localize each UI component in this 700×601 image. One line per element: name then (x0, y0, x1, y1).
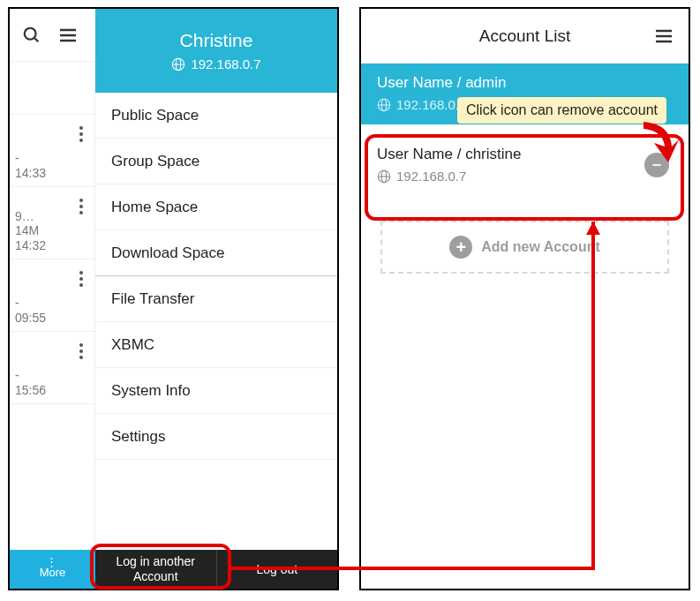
svg-point-16 (79, 356, 83, 359)
menu-public-space[interactable]: Public Space (95, 93, 337, 139)
account-item-active[interactable]: User Name / admin 192.168.0.7 (361, 64, 689, 124)
menu-system-info[interactable]: System Info (95, 368, 337, 414)
account-name: User Name / admin (377, 74, 673, 92)
menu-download-space[interactable]: Download Space (95, 230, 337, 276)
menu-home-space[interactable]: Home Space (95, 184, 337, 230)
search-icon[interactable] (22, 26, 41, 45)
phone-right: Account List User Name / admin 192.168.0… (359, 7, 690, 590)
item-meta: - (15, 296, 46, 311)
more-vert-icon[interactable] (79, 270, 84, 288)
menu-file-transfer[interactable]: File Transfer (95, 276, 337, 322)
item-meta: - (15, 368, 46, 383)
svg-point-8 (79, 199, 83, 202)
account-item-inactive[interactable]: User Name / christine 192.168.0.7 (361, 124, 689, 205)
svg-line-1 (34, 37, 39, 41)
current-ip: 192.168.0.7 (171, 56, 260, 71)
item-time: 15:56 (15, 383, 46, 398)
login-another-account-button[interactable]: Log in another Account (95, 550, 216, 589)
more-vert-icon[interactable] (79, 342, 84, 360)
drawer-menu: Public Space Group Space Home Space Down… (95, 93, 337, 550)
item-meta: - (15, 151, 46, 166)
current-user-name: Christine (180, 30, 253, 51)
svg-point-6 (79, 132, 83, 136)
item-time: 09:55 (15, 311, 46, 326)
menu-group-space[interactable]: Group Space (95, 139, 337, 184)
account-list-topbar: Account List (361, 9, 689, 64)
plus-icon: + (449, 236, 472, 259)
list-item[interactable] (10, 62, 94, 115)
list-item[interactable]: 9…14M14:32 (10, 187, 94, 259)
svg-point-13 (79, 283, 83, 287)
add-account-label: Add new Account (481, 239, 600, 255)
more-label: More (40, 566, 66, 579)
svg-point-5 (79, 126, 83, 130)
svg-point-14 (79, 343, 83, 347)
ip-text: 192.168.0.7 (191, 56, 260, 71)
svg-point-0 (25, 27, 36, 39)
svg-point-9 (79, 205, 83, 208)
item-time: 14:32 (15, 238, 46, 253)
drawer-footer: Log in another Account Log out (95, 550, 337, 589)
menu-settings[interactable]: Settings (95, 414, 337, 460)
hamburger-icon[interactable] (57, 25, 79, 46)
more-vert-icon[interactable] (79, 125, 84, 143)
svg-point-7 (79, 139, 83, 142)
hamburger-icon[interactable] (653, 26, 674, 47)
svg-point-12 (79, 277, 83, 281)
item-meta: 9… (15, 209, 46, 224)
item-time: 14:33 (15, 166, 46, 181)
page-title: Account List (479, 26, 571, 46)
svg-point-15 (79, 349, 83, 353)
list-item[interactable]: -09:55 (10, 259, 94, 332)
nav-drawer: Christine 192.168.0.7 Public Space Group… (95, 9, 337, 589)
menu-xbmc[interactable]: XBMC (95, 322, 337, 368)
left-topbar (10, 9, 95, 62)
drawer-header: Christine 192.168.0.7 (95, 9, 337, 93)
logout-button[interactable]: Log out (216, 550, 338, 589)
list-item[interactable]: -14:33 (10, 115, 94, 187)
account-ip: 192.168.0.7 (377, 169, 673, 184)
item-size: 14M (15, 223, 46, 238)
account-ip: 192.168.0.7 (377, 97, 673, 112)
add-new-account-button[interactable]: + Add new Account (380, 221, 669, 274)
svg-point-11 (79, 271, 83, 274)
more-button[interactable]: ⋮ More (10, 550, 95, 589)
remove-account-icon[interactable] (644, 153, 669, 177)
account-name: User Name / christine (377, 146, 673, 163)
file-list-partial: -14:33 9…14M14:32 -09:55 -15:56 (10, 62, 95, 552)
more-vert-icon[interactable] (79, 198, 84, 215)
phone-left: -14:33 9…14M14:32 -09:55 -15:56 ⋮ More C… (8, 7, 339, 590)
list-item[interactable]: -15:56 (10, 332, 94, 404)
svg-point-10 (79, 211, 83, 214)
